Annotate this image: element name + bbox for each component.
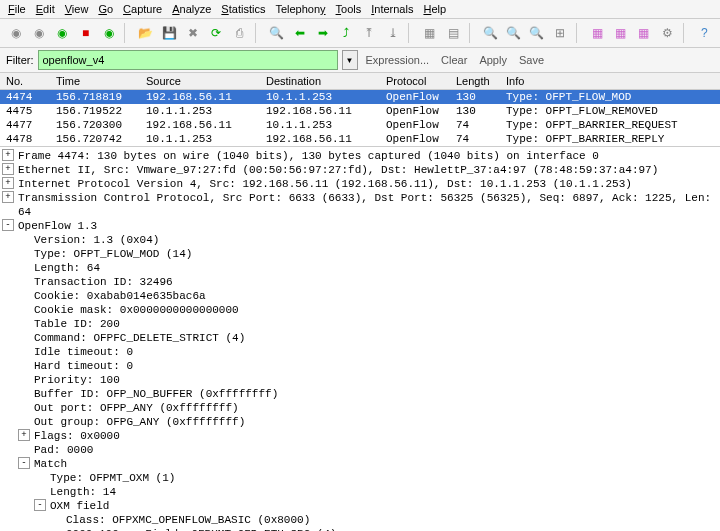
detail-oxm-text: OXM field: [50, 499, 109, 513]
options-button[interactable]: ◉: [29, 23, 48, 43]
col-length[interactable]: Length: [450, 73, 500, 90]
last-button[interactable]: ⤓: [383, 23, 402, 43]
filter-dropdown-icon[interactable]: ▼: [342, 50, 358, 70]
detail-match-field: Type: OFPMT_OXM (1): [2, 471, 718, 485]
detail-of-field: Table ID: 200: [2, 317, 718, 331]
packet-cell-dst: 10.1.1.253: [260, 118, 380, 132]
detail-of-field-text: Priority: 100: [34, 373, 120, 387]
toolbar-separator: [124, 23, 130, 43]
detail-tcp[interactable]: +Transmission Control Protocol, Src Port…: [2, 191, 718, 219]
packet-row[interactable]: 4478156.72074210.1.1.253192.168.56.11Ope…: [0, 132, 720, 146]
filter-apply-button[interactable]: Apply: [475, 54, 511, 66]
find-button[interactable]: 🔍: [267, 23, 286, 43]
packet-cell-no: 4474: [0, 90, 50, 105]
detail-match-text: Match: [34, 457, 67, 471]
autoscroll-button[interactable]: ▤: [443, 23, 462, 43]
back-button[interactable]: ⬅: [290, 23, 309, 43]
print-button[interactable]: ⎙: [229, 23, 248, 43]
packet-row[interactable]: 4477156.720300192.168.56.1110.1.1.253Ope…: [0, 118, 720, 132]
expand-icon[interactable]: +: [2, 177, 14, 189]
help-button[interactable]: ?: [695, 23, 714, 43]
detail-of-field-text: Out port: OFPP_ANY (0xffffffff): [34, 401, 239, 415]
menu-telephony[interactable]: Telephony: [275, 3, 325, 15]
packet-cell-no: 4475: [0, 104, 50, 118]
packet-cell-no: 4478: [0, 132, 50, 146]
detail-frame[interactable]: +Frame 4474: 130 bytes on wire (1040 bit…: [2, 149, 718, 163]
expand-icon[interactable]: +: [18, 429, 30, 441]
packet-cell-dst: 192.168.56.11: [260, 132, 380, 146]
coloring-rules-button[interactable]: ▦: [634, 23, 653, 43]
detail-of-field: Buffer ID: OFP_NO_BUFFER (0xffffffff): [2, 387, 718, 401]
detail-oxm[interactable]: -OXM field: [2, 499, 718, 513]
open-button[interactable]: 📂: [136, 23, 155, 43]
first-button[interactable]: ⤒: [360, 23, 379, 43]
packet-cell-dst: 10.1.1.253: [260, 90, 380, 105]
menu-internals[interactable]: Internals: [371, 3, 413, 15]
display-filters-button[interactable]: ▦: [611, 23, 630, 43]
menu-help[interactable]: Help: [423, 3, 446, 15]
packet-list: No. Time Source Destination Protocol Len…: [0, 73, 720, 147]
col-protocol[interactable]: Protocol: [380, 73, 450, 90]
capture-filters-button[interactable]: ▦: [588, 23, 607, 43]
detail-oxm-field: Class: OFPXMC_OPENFLOW_BASIC (0x8000): [2, 513, 718, 527]
detail-ethernet[interactable]: +Ethernet II, Src: Vmware_97:27:fd (00:5…: [2, 163, 718, 177]
restart-button[interactable]: ◉: [99, 23, 118, 43]
collapse-icon[interactable]: -: [2, 219, 14, 231]
col-source[interactable]: Source: [140, 73, 260, 90]
detail-flags[interactable]: +Flags: 0x0000: [2, 429, 718, 443]
zoom-in-button[interactable]: 🔍: [481, 23, 500, 43]
detail-of-field: Out port: OFPP_ANY (0xffffffff): [2, 401, 718, 415]
resize-button[interactable]: ⊞: [550, 23, 569, 43]
collapse-icon[interactable]: -: [18, 457, 30, 469]
detail-of-field-text: Cookie: 0xabab014e635bac6a: [34, 289, 206, 303]
menu-analyze[interactable]: Analyze: [172, 3, 211, 15]
menu-file[interactable]: File: [8, 3, 26, 15]
filter-save-button[interactable]: Save: [515, 54, 548, 66]
reload-button[interactable]: ⟳: [206, 23, 225, 43]
detail-match[interactable]: -Match: [2, 457, 718, 471]
close-button[interactable]: ✖: [183, 23, 202, 43]
zoom-out-button[interactable]: 🔍: [504, 23, 523, 43]
start-button[interactable]: ◉: [53, 23, 72, 43]
filter-bar: Filter: ▼ Expression... Clear Apply Save: [0, 48, 720, 73]
detail-ethernet-text: Ethernet II, Src: Vmware_97:27:fd (00:50…: [18, 163, 658, 177]
expand-icon[interactable]: +: [2, 163, 14, 175]
zoom-100-button[interactable]: 🔍: [527, 23, 546, 43]
packet-row[interactable]: 4475156.71952210.1.1.253192.168.56.11Ope…: [0, 104, 720, 118]
expand-icon[interactable]: +: [2, 149, 14, 161]
col-destination[interactable]: Destination: [260, 73, 380, 90]
menu-tools[interactable]: Tools: [336, 3, 362, 15]
colorize-button[interactable]: ▦: [420, 23, 439, 43]
stop-button[interactable]: ■: [76, 23, 95, 43]
save-button[interactable]: 💾: [160, 23, 179, 43]
toolbar-separator: [683, 23, 689, 43]
packet-details: +Frame 4474: 130 bytes on wire (1040 bit…: [0, 147, 720, 531]
filter-input[interactable]: [38, 50, 338, 70]
packet-row[interactable]: 4474156.718819192.168.56.1110.1.1.253Ope…: [0, 90, 720, 105]
detail-match-field-text: Length: 14: [50, 485, 116, 499]
filter-expression-button[interactable]: Expression...: [362, 54, 434, 66]
menu-statistics[interactable]: Statistics: [221, 3, 265, 15]
detail-ip[interactable]: +Internet Protocol Version 4, Src: 192.1…: [2, 177, 718, 191]
col-no[interactable]: No.: [0, 73, 50, 90]
detail-openflow[interactable]: -OpenFlow 1.3: [2, 219, 718, 233]
menu-capture[interactable]: Capture: [123, 3, 162, 15]
interfaces-button[interactable]: ◉: [6, 23, 25, 43]
menu-go[interactable]: Go: [98, 3, 113, 15]
jump-button[interactable]: ⤴: [336, 23, 355, 43]
detail-frame-text: Frame 4474: 130 bytes on wire (1040 bits…: [18, 149, 599, 163]
expand-icon[interactable]: +: [2, 191, 14, 203]
detail-of-field: Type: OFPT_FLOW_MOD (14): [2, 247, 718, 261]
collapse-icon[interactable]: -: [34, 499, 46, 511]
prefs-button[interactable]: ⚙: [657, 23, 676, 43]
col-time[interactable]: Time: [50, 73, 140, 90]
toolbar-separator: [576, 23, 582, 43]
forward-button[interactable]: ➡: [313, 23, 332, 43]
col-info[interactable]: Info: [500, 73, 720, 90]
packet-cell-no: 4477: [0, 118, 50, 132]
detail-oxm-field-text: 0000 100. = Field: OFPXMT_OFB_ETH_SRC (4…: [66, 527, 337, 531]
filter-clear-button[interactable]: Clear: [437, 54, 471, 66]
menu-edit[interactable]: Edit: [36, 3, 55, 15]
packet-cell-proto: OpenFlow: [380, 90, 450, 105]
menu-view[interactable]: View: [65, 3, 89, 15]
